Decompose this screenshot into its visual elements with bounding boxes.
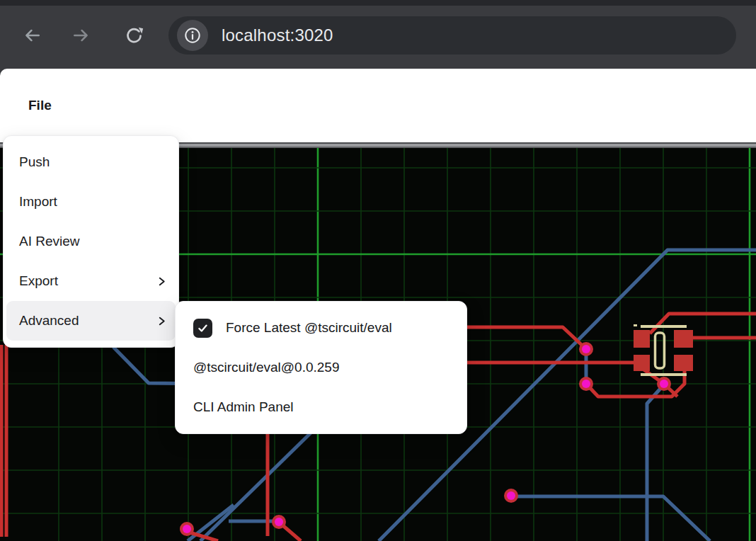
reload-button[interactable]: [120, 22, 147, 49]
menu-item-export[interactable]: Export: [4, 261, 178, 301]
submenu-item-label: @tscircuit/eval@0.0.259: [193, 360, 340, 375]
submenu-item-force-latest[interactable]: Force Latest @tscircuit/eval: [176, 308, 466, 348]
submenu-item-eval-version[interactable]: @tscircuit/eval@0.0.259: [176, 348, 466, 387]
back-button[interactable]: [18, 22, 45, 49]
address-bar[interactable]: localhost:3020: [168, 16, 736, 55]
menu-item-label: Export: [19, 273, 156, 289]
menu-item-label: Advanced: [19, 313, 156, 329]
reload-icon: [125, 26, 144, 45]
submenu-item-label: Force Latest @tscircuit/eval: [226, 320, 392, 336]
menu-item-label: Import: [19, 194, 167, 210]
info-icon: [183, 26, 202, 45]
file-menu-dropdown: Push Import AI Review Export Advanced: [3, 135, 179, 348]
chevron-right-icon: [156, 276, 167, 287]
file-menu-trigger[interactable]: File: [28, 98, 52, 113]
menu-item-label: Push: [19, 154, 167, 170]
menu-item-push[interactable]: Push: [4, 142, 178, 182]
forward-button[interactable]: [68, 22, 95, 49]
arrow-left-icon: [23, 26, 41, 45]
checkbox-checked[interactable]: [193, 319, 212, 338]
url-text[interactable]: localhost:3020: [222, 16, 333, 55]
chevron-right-icon: [156, 316, 167, 326]
submenu-item-label: CLI Admin Panel: [193, 399, 294, 415]
menu-item-advanced[interactable]: Advanced: [6, 301, 176, 341]
browser-toolbar: localhost:3020: [0, 0, 756, 69]
menu-item-ai-review[interactable]: AI Review: [4, 222, 178, 261]
checkmark-icon: [197, 322, 209, 334]
submenu-item-cli-admin-panel[interactable]: CLI Admin Panel: [176, 387, 466, 427]
arrow-right-icon: [72, 26, 91, 45]
window-frame-strip: [0, 0, 756, 6]
site-info-button[interactable]: [177, 20, 208, 51]
advanced-submenu: Force Latest @tscircuit/eval @tscircuit/…: [175, 301, 467, 434]
menu-item-import[interactable]: Import: [4, 182, 178, 222]
menu-item-label: AI Review: [19, 234, 167, 249]
